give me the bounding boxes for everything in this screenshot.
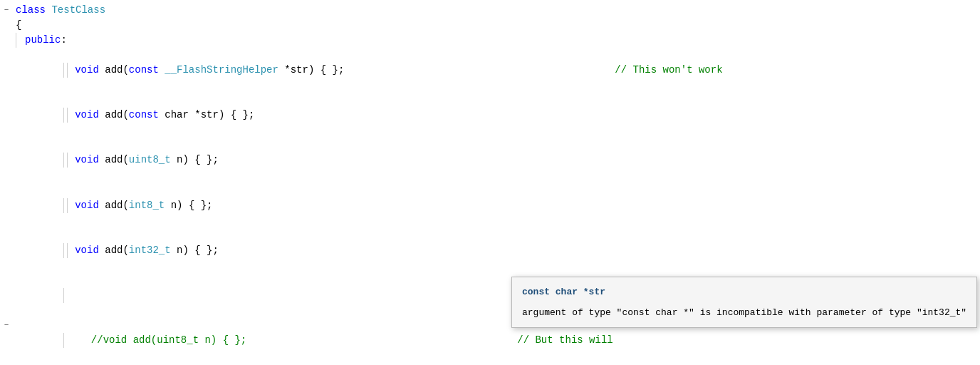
line-content-6: void add(uint8_t n) { }; (13, 138, 980, 182)
code-line-1: − class TestClass (0, 3, 980, 18)
collapse-icon-1[interactable]: − (0, 3, 13, 18)
line-content-1: class TestClass (13, 3, 980, 18)
code-line-7: void add(int8_t n) { }; (0, 183, 980, 228)
code-line-8: void add(int32_t n) { }; (0, 228, 980, 273)
line-content-2: { (13, 18, 980, 33)
code-line-4: void add(const __FlashStringHelper *str)… (0, 48, 980, 93)
line-content-8: void add(int32_t n) { }; (13, 228, 980, 273)
code-line-6: void add(uint8_t n) { }; (0, 138, 980, 182)
tooltip-signature: const char *str (522, 284, 966, 299)
code-line-2: { (0, 18, 980, 33)
line-content-3: public: (13, 33, 980, 48)
tooltip-popup: const char *str argument of type "const … (511, 277, 977, 328)
tooltip-description: argument of type "const char *" is incom… (522, 305, 966, 320)
code-editor: − class TestClass { public: void add(con… (0, 0, 980, 365)
collapse-icon-10[interactable]: − (0, 318, 13, 333)
line-content-4: void add(const __FlashStringHelper *str)… (13, 48, 980, 93)
line-content-5: void add(const char *str) { }; (13, 93, 980, 138)
code-line-5: void add(const char *str) { }; (0, 93, 980, 138)
code-line-3: public: (0, 33, 980, 48)
line-content-7: void add(int8_t n) { }; (13, 183, 980, 228)
